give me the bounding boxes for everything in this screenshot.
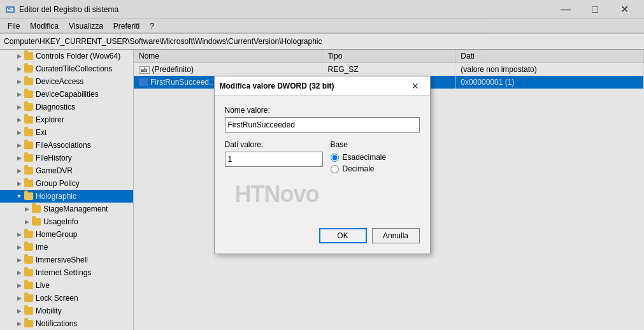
- radio-option-esadecimale[interactable]: Esadecimale: [331, 153, 420, 162]
- cancel-button[interactable]: Annulla: [372, 228, 420, 243]
- modal-close-button[interactable]: ✕: [406, 79, 425, 93]
- base-label: Base: [331, 140, 420, 149]
- data-section: Dati valore:: [225, 140, 323, 176]
- dword-edit-dialog: Modifica valore DWORD (32 bit) ✕ Nome va…: [214, 76, 431, 254]
- name-input[interactable]: [225, 117, 420, 133]
- radio-label: Esadecimale: [343, 153, 387, 162]
- name-label: Nome valore:: [225, 106, 420, 115]
- radio-option-decimale[interactable]: Decimale: [331, 164, 420, 173]
- ok-button[interactable]: OK: [319, 228, 367, 243]
- radio-input-esadecimale[interactable]: [331, 154, 339, 162]
- modal-body: Nome valore: Dati valore: Base Esadecima…: [215, 96, 430, 223]
- watermark: HTNovo: [225, 176, 420, 213]
- modal-title-bar: Modifica valore DWORD (32 bit) ✕: [215, 76, 430, 96]
- modal-title: Modifica valore DWORD (32 bit): [220, 82, 406, 90]
- base-radio-group: EsadecimaleDecimale: [331, 153, 420, 173]
- data-input[interactable]: [225, 152, 323, 167]
- data-label: Dati valore:: [225, 140, 323, 149]
- radio-label: Decimale: [343, 164, 375, 173]
- modal-overlay: Modifica valore DWORD (32 bit) ✕ Nome va…: [0, 0, 644, 330]
- modal-row: Dati valore: Base EsadecimaleDecimale: [225, 140, 420, 176]
- base-section: Base EsadecimaleDecimale: [331, 140, 420, 176]
- radio-input-decimale[interactable]: [331, 165, 339, 173]
- modal-actions: OK Annulla: [215, 223, 430, 254]
